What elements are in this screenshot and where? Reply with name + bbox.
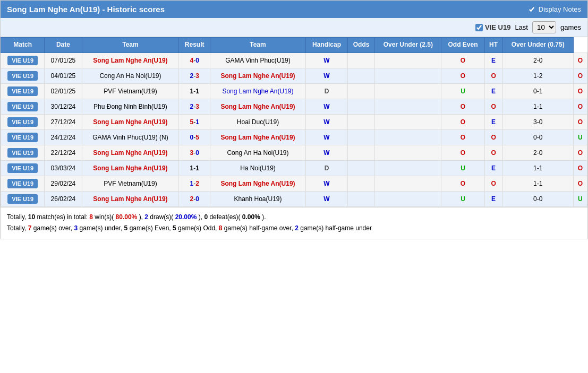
summary-defeat-close: ). [262,213,266,221]
summary-draws: 2 [144,213,148,221]
ou075-value: O [578,118,583,126]
team2-name: GAMA Vinh Phuc(U19) [225,57,291,64]
cell-odds [375,145,441,160]
cell-odd-even: E [484,160,502,176]
cell-outcome: W [306,68,348,83]
cell-odds [375,68,441,83]
display-notes-checkbox[interactable] [528,6,535,13]
result-right: 1 [195,88,199,95]
col-date: Date [45,38,82,53]
summary-totally-1: Totally, [7,213,28,221]
cell-ou075: O [573,53,587,68]
cell-result: 2-0 [179,191,210,206]
team1-name: PVF Vietnam(U19) [104,88,157,95]
cell-team1: GAMA Vinh Phuc(U19) (N) [82,129,179,145]
odd-even-value: O [491,103,496,110]
cell-team1: PVF Vietnam(U19) [82,176,179,191]
cell-match: VIE U19 [1,99,45,114]
cell-result: 0-5 [179,129,210,145]
cell-ht: 1-2 [502,68,573,83]
team2-name: Song Lam Nghe An(U19) [220,180,295,187]
summary-draw-close: ), [199,213,204,221]
cell-outcome: D [306,83,348,99]
cell-ou075: O [573,99,587,114]
scores-table: Match Date Team Result Team Handicap Odd… [1,37,587,207]
ou075-value: U [578,134,583,141]
cell-team2: Hoai Duc(U19) [210,114,305,129]
cell-date: 27/12/24 [45,114,82,129]
ou075-value: O [578,88,583,95]
cell-ou075: U [573,191,587,206]
league-checkbox[interactable] [475,24,483,31]
cell-team1: Song Lam Nghe An(U19) [82,160,179,176]
team1-name: Song Lam Nghe An(U19) [93,164,167,172]
cell-team1: Cong An Ha Noi(U19) [82,68,179,83]
summary-over: 7 [28,224,32,232]
header-bar: Song Lam Nghe An(U19) - Historic scores … [1,1,587,18]
summary-under-label: game(s) under, [80,224,124,232]
cell-odd-even: O [484,99,502,114]
outcome-badge: W [323,134,329,141]
cell-ou25: O [441,68,484,83]
table-row: VIE U19 29/02/24 PVF Vietnam(U19) 1-2 So… [1,176,587,191]
outcome-badge: W [323,195,329,203]
cell-date: 02/01/25 [45,83,82,99]
cell-outcome: W [306,114,348,129]
cell-date: 24/12/24 [45,129,82,145]
col-team2: Team [210,38,305,53]
result-right: 0 [195,149,199,157]
cell-result: 1-2 [179,176,210,191]
cell-team2: Song Lam Nghe An(U19) [210,68,305,83]
summary-win-label: win(s)( [95,213,114,221]
table-row: VIE U19 02/01/25 PVF Vietnam(U19) 1-1 So… [1,83,587,99]
ou25-value: U [461,195,465,203]
cell-ou075: O [573,114,587,129]
cell-ou075: O [573,145,587,160]
ou25-value: O [461,180,465,187]
odd-even-value: E [491,57,496,64]
ou25-value: O [461,72,465,80]
odd-even-value: O [491,72,496,80]
team2-name: Hoai Duc(U19) [237,118,279,126]
summary-total-matches: 10 [28,213,35,221]
col-ou25: Over Under (2.5) [375,38,441,53]
ou075-value: O [578,57,583,64]
match-badge: VIE U19 [7,179,38,188]
summary-hg-under: 2 [295,224,299,232]
cell-ou075: U [573,129,587,145]
team2-name: Song Lam Nghe An(U19) [222,88,293,95]
main-container: Song Lam Nghe An(U19) - Historic scores … [0,0,588,239]
ou075-value: O [578,72,583,80]
cell-ht: 0-0 [502,191,573,206]
table-row: VIE U19 04/01/25 Cong An Ha Noi(U19) 2-3… [1,68,587,83]
match-badge: VIE U19 [7,133,38,142]
table-row: VIE U19 26/02/24 Song Lam Nghe An(U19) 2… [1,191,587,206]
cell-result: 4-0 [179,53,210,68]
table-row: VIE U19 07/01/25 Song Lam Nghe An(U19) 4… [1,53,587,68]
cell-outcome: D [306,160,348,176]
cell-odd-even: O [484,68,502,83]
cell-ou25: O [441,176,484,191]
cell-handicap [347,176,374,191]
cell-team2: Ha Noi(U19) [210,160,305,176]
cell-team2: GAMA Vinh Phuc(U19) [210,53,305,68]
col-handicap: Handicap [306,38,348,53]
cell-match: VIE U19 [1,53,45,68]
cell-ou075: O [573,83,587,99]
table-row: VIE U19 03/03/24 Song Lam Nghe An(U19) 1… [1,160,587,176]
cell-odds [375,191,441,206]
cell-result: 3-0 [179,145,210,160]
cell-ou075: O [573,160,587,176]
last-games-select[interactable]: 10 5 15 20 All [532,21,556,33]
cell-ht: 2-0 [502,53,573,68]
col-odd-even: Odd Even [441,38,484,53]
cell-match: VIE U19 [1,145,45,160]
cell-date: 29/02/24 [45,176,82,191]
team1-name: Phu Đong Ninh Binh(U19) [93,103,167,110]
match-badge: VIE U19 [7,71,38,81]
cell-odd-even: O [484,129,502,145]
cell-date: 07/01/25 [45,53,82,68]
cell-odd-even: E [484,114,502,129]
outcome-badge: W [323,72,329,80]
cell-ht: 1-1 [502,99,573,114]
